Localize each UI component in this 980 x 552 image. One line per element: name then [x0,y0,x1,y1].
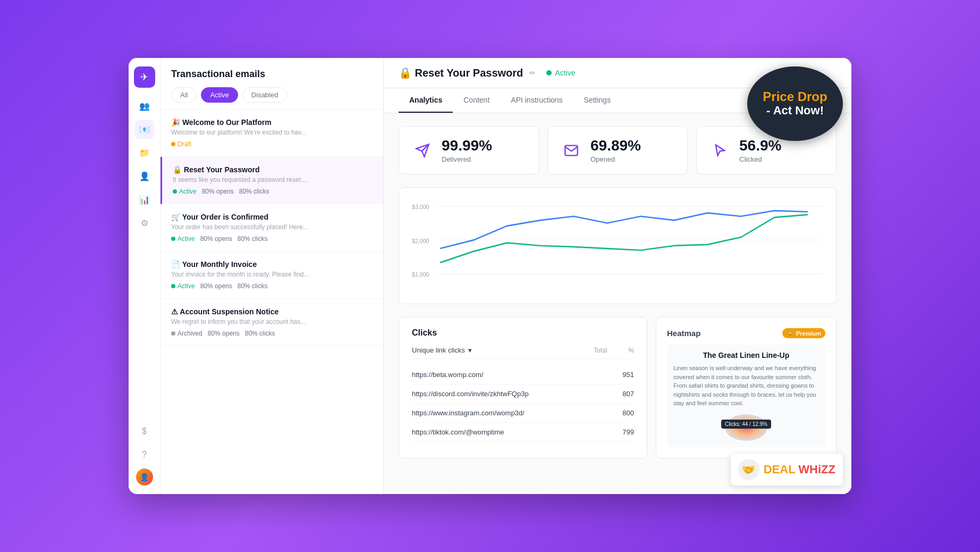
email-item-title: 📄 Your Monthly Invoice [171,260,373,269]
col-percent: % [628,347,634,354]
heatmap-header: Heatmap 🔒 Premium [667,328,825,338]
link-row: https://www.instagram.com/womp3d/ 800 [412,404,634,423]
clicks-stat: 80% clicks [238,282,268,290]
avatar[interactable]: 👤 [136,469,153,486]
status-dot [171,142,175,146]
tab-content[interactable]: Content [453,88,500,113]
status-badge: Draft [171,140,191,148]
link-row: https://discord.com/invite/zkhtwFQp3p 80… [412,384,634,404]
svg-text:$1,000: $1,000 [412,271,429,278]
status-text: Archived [178,330,202,337]
active-status: Active [546,69,575,77]
status-badge: Active [171,235,195,242]
sidebar-item-help[interactable]: ? [135,445,154,464]
stat-info-delivered: 99.99% Delivered [442,137,492,163]
sidebar-item-emails[interactable]: 📧 [135,120,154,139]
tab-api-instructions[interactable]: API instructions [500,88,573,113]
status-dot [171,237,175,241]
status-badge: Active [171,282,195,290]
open-icon [561,140,582,161]
email-items: 🎉 Welcome to Our Platform Welcome to our… [160,110,383,494]
clicks-title: Clicks [412,328,634,338]
heatmap-preview: The Great Linen Line-Up Linen season is … [667,345,825,447]
sidebar-item-teams[interactable]: 👥 [135,96,154,115]
link-count: 951 [622,371,634,379]
price-drop-ad[interactable]: Price Drop - Act Now! [747,66,843,141]
status-dot [171,284,175,288]
heatmap-title: Heatmap [667,329,700,338]
chart-container: $3,000 $2,000 $1,000 [399,187,837,304]
sidebar-item-settings[interactable]: ⚙ [135,213,154,232]
opens-stat: 80% opens [208,330,240,337]
status-dot [173,189,177,194]
price-drop-text-line2: - Act Now! [766,104,824,118]
filter-label: Unique link clicks [412,346,465,354]
stat-info-opened: 69.89% Opened [590,137,641,163]
whizz-label: WHiZZ [798,463,835,476]
link-count: 807 [622,390,634,398]
app-logo[interactable]: ✈ [134,66,155,88]
filter-tab-disabled[interactable]: Disabled [242,87,288,103]
status-badge: Active [173,188,197,195]
sidebar-item-billing[interactable]: $ [135,422,154,441]
heatmap-email-title: The Great Linen Line-Up [673,351,819,359]
click-icon [709,140,731,161]
stat-card-opened: 69.89% Opened [547,126,688,174]
email-item-preview: Welcome to our platform! We're excited t… [171,129,373,136]
clicks-filter-row: Unique link clicks ▾ Total % [412,346,634,359]
stat-label: Clicked [739,155,781,163]
status-dot [171,331,175,336]
email-item[interactable]: 📄 Your Monthly Invoice Your invoice for … [160,252,383,299]
active-label: Active [555,69,575,77]
status-badge: Archived [171,330,202,337]
email-item[interactable]: 🔒 Reset Your Password It seems like you … [160,157,383,204]
sidebar-bottom: $ ? 👤 [135,422,154,486]
email-item-title: 🛒 Your Order is Confirmed [171,213,373,221]
stat-card-delivered: 99.99% Delivered [399,126,539,174]
chevron-down-icon: ▾ [468,346,472,354]
filter-tabs: All Active Disabled [171,87,373,103]
sidebar-item-contacts[interactable]: 👤 [135,166,154,186]
email-item-preview: Your invoice for the month is ready. Ple… [171,271,373,278]
filter-tab-active[interactable]: Active [201,87,238,103]
email-item-meta: Active 80% opens 80% clicks [171,235,373,242]
opens-stat: 80% opens [200,282,232,290]
email-item-preview: We regret to inform you that your accoun… [171,318,373,325]
svg-text:$2,000: $2,000 [412,237,429,244]
sidebar-item-folder[interactable]: 📁 [135,143,154,162]
active-dot [546,70,552,76]
email-item-meta: Draft [171,140,373,148]
email-item-meta: Archived 80% opens 80% clicks [171,330,373,337]
heatmap-tooltip: Clicks: 44 / 12.9% [721,420,771,429]
email-item[interactable]: 🛒 Your Order is Confirmed Your order has… [160,204,383,252]
dealwhizz-ad[interactable]: 🤝 DEAL WHiZZ [731,454,843,486]
stat-number: 99.99% [442,137,492,154]
handshake-icon: 🤝 [738,459,759,480]
email-item-meta: Active 80% opens 80% clicks [173,188,373,195]
dealwhizz-text: DEAL WHiZZ [764,463,835,476]
link-count: 800 [622,409,634,417]
tab-settings[interactable]: Settings [573,88,622,113]
link-row: https://tiktok.com/@womptime 799 [412,423,634,442]
premium-label: Premium [796,330,821,337]
filter-tab-all[interactable]: All [171,87,197,103]
premium-badge[interactable]: 🔒 Premium [782,328,825,338]
email-item-meta: Active 80% opens 80% clicks [171,282,373,290]
clicks-stat: 80% clicks [239,188,269,195]
chart-svg: $3,000 $2,000 $1,000 [412,200,823,291]
email-item[interactable]: ⚠ Account Suspension Notice We regret to… [160,299,383,346]
email-subject-title: 🔒 Reset Your Password [399,66,523,79]
email-list-title: Transactional emails [171,69,373,80]
opens-stat: 80% opens [202,188,234,195]
tab-analytics[interactable]: Analytics [399,88,453,113]
edit-icon[interactable]: ✏ [529,69,536,77]
email-item-title: 🎉 Welcome to Our Platform [171,118,373,127]
link-url: https://www.instagram.com/womp3d/ [412,409,525,417]
email-item[interactable]: 🎉 Welcome to Our Platform Welcome to our… [160,110,383,157]
email-list-header: Transactional emails All Active Disabled [160,58,383,110]
col-total: Total [594,347,607,354]
sidebar-item-analytics[interactable]: 📊 [135,190,154,209]
clicks-filter[interactable]: Unique link clicks ▾ [412,346,472,354]
heatmap-visual: Clicks: 44 / 12.9% [673,414,819,441]
deal-label: DEAL [764,463,796,476]
